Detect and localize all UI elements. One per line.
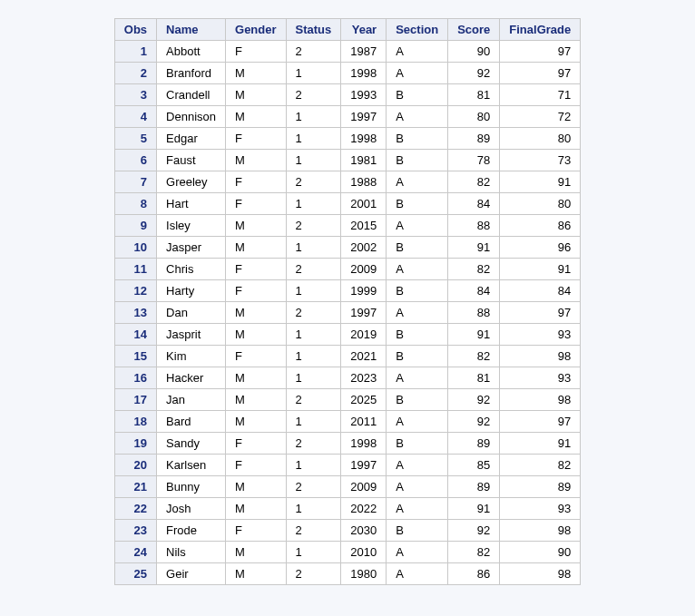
cell-final: 84 bbox=[500, 280, 581, 302]
cell-obs: 22 bbox=[114, 498, 156, 520]
cell-status: 2 bbox=[286, 171, 341, 193]
table-row: 25GeirM21980A8698 bbox=[114, 563, 580, 585]
cell-score: 81 bbox=[448, 367, 500, 389]
cell-obs: 16 bbox=[114, 367, 156, 389]
cell-year: 2011 bbox=[341, 411, 387, 433]
cell-gender: M bbox=[226, 324, 287, 346]
cell-final: 98 bbox=[500, 346, 581, 367]
cell-score: 92 bbox=[448, 520, 500, 542]
cell-obs: 23 bbox=[114, 520, 156, 542]
cell-obs: 14 bbox=[114, 324, 156, 346]
cell-status: 1 bbox=[286, 498, 341, 520]
col-header-score: Score bbox=[448, 19, 500, 41]
cell-final: 93 bbox=[500, 498, 581, 520]
cell-final: 91 bbox=[500, 171, 581, 193]
cell-year: 2015 bbox=[341, 215, 387, 237]
cell-year: 2021 bbox=[341, 346, 387, 367]
table-row: 17JanM22025B9298 bbox=[114, 389, 580, 411]
cell-name: Nils bbox=[157, 542, 226, 563]
col-header-finalgrade: FinalGrade bbox=[500, 19, 581, 41]
cell-year: 1998 bbox=[341, 433, 387, 455]
table-row: 2BranfordM11998A9297 bbox=[114, 63, 580, 84]
table-row: 16HackerM12023A8193 bbox=[114, 367, 580, 389]
cell-score: 85 bbox=[448, 455, 500, 476]
cell-gender: M bbox=[226, 237, 287, 259]
cell-year: 1981 bbox=[341, 150, 387, 171]
cell-final: 97 bbox=[500, 302, 581, 324]
cell-section: A bbox=[387, 476, 448, 498]
cell-obs: 4 bbox=[114, 106, 156, 128]
cell-score: 84 bbox=[448, 193, 500, 215]
cell-gender: M bbox=[226, 215, 287, 237]
cell-obs: 18 bbox=[114, 411, 156, 433]
cell-name: Abbott bbox=[157, 41, 226, 63]
cell-gender: M bbox=[226, 150, 287, 171]
cell-gender: M bbox=[226, 106, 287, 128]
data-table: Obs Name Gender Status Year Section Scor… bbox=[114, 18, 581, 585]
cell-status: 1 bbox=[286, 280, 341, 302]
cell-final: 98 bbox=[500, 389, 581, 411]
cell-section: A bbox=[387, 498, 448, 520]
cell-section: A bbox=[387, 171, 448, 193]
cell-score: 89 bbox=[448, 476, 500, 498]
cell-section: B bbox=[387, 193, 448, 215]
cell-obs: 20 bbox=[114, 455, 156, 476]
table-row: 4DennisonM11997A8072 bbox=[114, 106, 580, 128]
cell-obs: 8 bbox=[114, 193, 156, 215]
cell-gender: F bbox=[226, 171, 287, 193]
cell-obs: 25 bbox=[114, 563, 156, 585]
table-row: 9IsleyM22015A8886 bbox=[114, 215, 580, 237]
table-body: 1AbbottF21987A90972BranfordM11998A92973C… bbox=[114, 41, 580, 585]
cell-gender: M bbox=[226, 563, 287, 585]
cell-name: Isley bbox=[157, 215, 226, 237]
table-row: 7GreeleyF21988A8291 bbox=[114, 171, 580, 193]
cell-score: 82 bbox=[448, 171, 500, 193]
cell-year: 1998 bbox=[341, 63, 387, 84]
cell-score: 92 bbox=[448, 411, 500, 433]
cell-year: 2009 bbox=[341, 259, 387, 280]
cell-section: A bbox=[387, 411, 448, 433]
header-row: Obs Name Gender Status Year Section Scor… bbox=[114, 19, 580, 41]
cell-score: 86 bbox=[448, 563, 500, 585]
cell-status: 2 bbox=[286, 520, 341, 542]
col-header-name: Name bbox=[157, 19, 226, 41]
cell-score: 89 bbox=[448, 128, 500, 150]
col-header-section: Section bbox=[387, 19, 448, 41]
cell-year: 1980 bbox=[341, 563, 387, 585]
cell-section: A bbox=[387, 41, 448, 63]
cell-final: 97 bbox=[500, 411, 581, 433]
cell-status: 2 bbox=[286, 41, 341, 63]
cell-name: Karlsen bbox=[157, 455, 226, 476]
cell-score: 90 bbox=[448, 41, 500, 63]
cell-score: 81 bbox=[448, 84, 500, 106]
cell-status: 1 bbox=[286, 455, 341, 476]
cell-obs: 7 bbox=[114, 171, 156, 193]
cell-obs: 6 bbox=[114, 150, 156, 171]
table-row: 24NilsM12010A8290 bbox=[114, 542, 580, 563]
cell-gender: F bbox=[226, 193, 287, 215]
table-row: 18BardM12011A9297 bbox=[114, 411, 580, 433]
cell-section: B bbox=[387, 280, 448, 302]
cell-year: 2001 bbox=[341, 193, 387, 215]
table-row: 14JaspritM12019B9193 bbox=[114, 324, 580, 346]
cell-status: 1 bbox=[286, 411, 341, 433]
table-row: 20KarlsenF11997A8582 bbox=[114, 455, 580, 476]
col-header-obs: Obs bbox=[114, 19, 156, 41]
table-row: 22JoshM12022A9193 bbox=[114, 498, 580, 520]
cell-obs: 1 bbox=[114, 41, 156, 63]
cell-section: A bbox=[387, 455, 448, 476]
cell-status: 2 bbox=[286, 259, 341, 280]
cell-final: 98 bbox=[500, 520, 581, 542]
cell-section: B bbox=[387, 520, 448, 542]
cell-section: A bbox=[387, 542, 448, 563]
cell-name: Sandy bbox=[157, 433, 226, 455]
cell-name: Chris bbox=[157, 259, 226, 280]
cell-year: 2009 bbox=[341, 476, 387, 498]
cell-gender: M bbox=[226, 411, 287, 433]
cell-name: Harty bbox=[157, 280, 226, 302]
cell-status: 2 bbox=[286, 389, 341, 411]
cell-obs: 24 bbox=[114, 542, 156, 563]
cell-status: 1 bbox=[286, 324, 341, 346]
cell-obs: 10 bbox=[114, 237, 156, 259]
cell-status: 2 bbox=[286, 476, 341, 498]
